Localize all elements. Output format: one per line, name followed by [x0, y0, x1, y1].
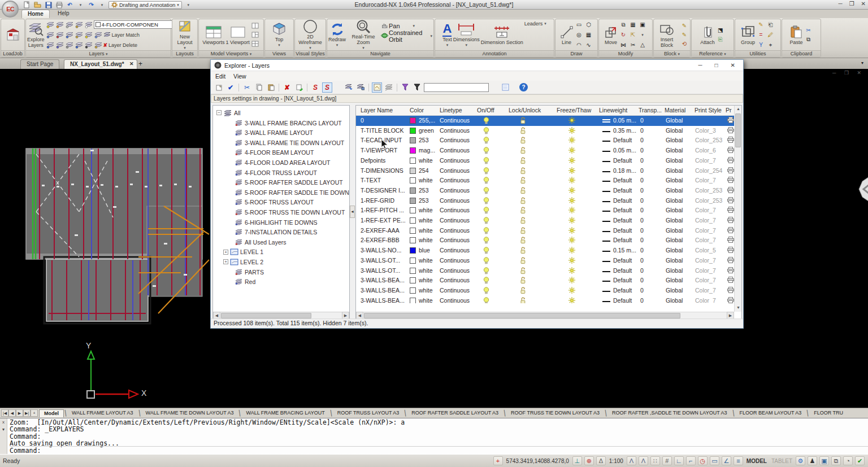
erase-tool-icon[interactable]: △ [638, 41, 647, 49]
line-button[interactable]: Line [560, 25, 574, 45]
lineweight[interactable]: Default [613, 177, 632, 184]
material[interactable]: Global [666, 137, 683, 143]
color-swatch[interactable] [410, 277, 416, 283]
on-off-bulb-icon[interactable] [483, 277, 489, 284]
leaders-button[interactable]: Leaders▾ [524, 21, 546, 27]
material[interactable]: Global [666, 157, 683, 164]
print-style[interactable]: Color_253 [695, 187, 722, 194]
undo-regen-icon[interactable]: S [310, 82, 320, 93]
lock-unlock-icon[interactable] [520, 257, 526, 264]
command-prompt[interactable]: Command: [10, 446, 868, 453]
layer-row[interactable]: 3-WALLS-OT... white Continuous Default 0… [356, 266, 735, 276]
angle-snap-icon[interactable]: ∠ [722, 456, 731, 465]
polar-tracking-icon[interactable]: ⌐ [686, 456, 696, 465]
color-label[interactable]: 254 [419, 167, 429, 174]
user-icon[interactable]: ♟ [808, 456, 817, 465]
freeze-thaw-sun-icon[interactable] [568, 287, 575, 294]
new-layer-icon[interactable] [214, 82, 224, 93]
tablet-toggle[interactable]: TABLET [770, 458, 793, 464]
printer-icon[interactable] [727, 167, 734, 173]
color-swatch[interactable] [410, 247, 416, 254]
print-style[interactable]: Color_7 [695, 257, 716, 264]
color-label[interactable]: white [419, 277, 433, 283]
lineweight[interactable]: 0.35 m... [613, 127, 636, 134]
autoscale-icon[interactable]: Λ [627, 456, 636, 465]
snap-mode-icon[interactable]: ⊕ [584, 456, 594, 465]
offset-tool-icon[interactable]: ▣ [638, 20, 647, 29]
stretch-tool-icon[interactable]: ⇱ [628, 30, 637, 39]
linetype[interactable]: Continuous [440, 157, 470, 164]
layer-row[interactable]: T-VIEWPORT mag... Continuous 0.05 m... 0… [356, 146, 735, 156]
printer-icon[interactable] [727, 187, 734, 193]
table-vertical-scrollbar[interactable]: ▲ ▼ [734, 106, 741, 312]
lock-unlock-icon[interactable] [520, 127, 526, 134]
lineweight[interactable]: Default [613, 237, 632, 243]
layer-delete-button[interactable]: ✘ Layer Delete [103, 42, 138, 48]
tab-drawing[interactable]: NX_Layout_51.dwg* ✕ [64, 59, 137, 69]
layer-row[interactable]: 3-WALLS-NO... blue Continuous 0.15 m... … [356, 246, 735, 256]
print-style[interactable]: Color_6 [695, 147, 716, 154]
column-header[interactable]: Color [410, 107, 424, 114]
color-swatch[interactable] [410, 228, 416, 234]
block-sync-icon[interactable]: ⟲ [680, 40, 689, 48]
expand-expander-icon[interactable]: + [223, 259, 228, 264]
on-off-bulb-icon[interactable] [483, 267, 489, 274]
linetype[interactable]: Continuous [440, 217, 470, 224]
one-viewport-button[interactable]: 1 Viewport [226, 25, 250, 45]
printer-icon[interactable] [727, 297, 734, 303]
transparency[interactable]: 0 [640, 227, 644, 234]
transparency[interactable]: 0 [640, 267, 644, 274]
layout-last-icon[interactable]: ▶| [23, 409, 31, 417]
lock-unlock-icon[interactable] [520, 187, 526, 194]
lineweight[interactable]: Default [613, 207, 632, 213]
printer-icon[interactable] [727, 177, 734, 183]
dialog-maximize-button[interactable]: □ [715, 62, 718, 68]
filter-search-input[interactable] [424, 83, 489, 92]
lineweight[interactable]: Default [613, 277, 632, 283]
dialog-title-bar[interactable]: Explorer - Layers ─ □ ✕ [211, 60, 743, 71]
on-off-bulb-icon[interactable] [483, 257, 489, 264]
layout-tab[interactable]: ROOF RAFTER ,SADDLE TIE DOWN LAYOUT A3 [607, 409, 732, 417]
layer-name[interactable]: 2-EXREF-AAA [361, 227, 408, 234]
lock-unlock-icon[interactable] [520, 197, 526, 204]
color-swatch[interactable] [410, 168, 416, 174]
layout-tab[interactable]: WALL FRAME LAYOUT A3 [67, 409, 138, 417]
printer-icon[interactable] [727, 267, 734, 273]
layer-prev-icon[interactable] [65, 41, 74, 49]
explore-layers-button[interactable]: Explore Layers [27, 22, 45, 48]
nav-widget-partial[interactable] [857, 173, 868, 205]
rectangle-tool-icon[interactable]: ▭ [575, 20, 584, 29]
transparency[interactable]: 0 [640, 277, 644, 283]
tree-item[interactable]: 4-FLOOR LOAD AREA LAYOUT [228, 158, 331, 167]
lineweight[interactable]: Default [613, 287, 632, 294]
lock-unlock-icon[interactable] [520, 217, 526, 224]
linetype[interactable]: Continuous [440, 137, 470, 143]
print-style[interactable]: Color_7 [695, 227, 716, 234]
layout-tab[interactable]: ROOF RAFTER SADDLE LAYOUT A3 [407, 409, 503, 417]
layout-tab[interactable]: WALL FRAME BRACING LAYOUT [242, 409, 329, 417]
layer-row[interactable]: 3-WALLS-BEA... white Continuous Default … [356, 296, 735, 303]
copy-tool-icon[interactable]: ⧉ [619, 20, 628, 29]
column-header[interactable]: Lineweight [599, 107, 627, 114]
ortho-mode-icon[interactable]: ∟ [674, 456, 684, 465]
freeze-thaw-sun-icon[interactable] [568, 147, 575, 154]
layer-name[interactable]: 1-REF-EXT PE... [361, 217, 408, 224]
block-edit-icon[interactable]: ✎ [680, 21, 689, 30]
transparency[interactable]: 0 [640, 197, 644, 204]
grid-display-icon[interactable]: # [662, 456, 672, 465]
layer-thaw-icon[interactable] [55, 20, 64, 29]
layer-box-icon[interactable] [84, 20, 93, 29]
color-swatch[interactable] [410, 217, 416, 224]
print-style[interactable]: Color_7 [695, 177, 716, 184]
app-logo[interactable]: EC [2, 1, 19, 18]
window-arrange-icon[interactable]: ⧉ [831, 456, 841, 465]
collapse-expander-icon[interactable]: − [216, 110, 222, 115]
top-view-button[interactable]: Top▾ [271, 22, 287, 48]
material[interactable]: Global [666, 167, 683, 174]
print-style[interactable]: Color_7 [695, 157, 716, 164]
group-button[interactable]: Group [741, 25, 756, 45]
color-label[interactable]: white [419, 207, 433, 213]
redraw-button[interactable]: Redraw▾ [328, 22, 346, 48]
lock-unlock-icon[interactable] [520, 227, 526, 234]
delete-layer-icon[interactable]: ✘ [282, 82, 292, 93]
